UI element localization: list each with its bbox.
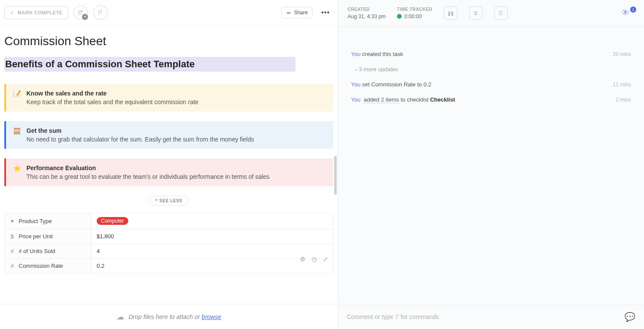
activity-time: 2 mins (616, 97, 631, 103)
activity-time: 11 mins (613, 82, 631, 88)
activity-text: created this task (361, 51, 403, 57)
eye-icon: 👁 (621, 8, 630, 17)
more-menu-button[interactable]: ••• (318, 7, 333, 18)
dropdown-icon: ▾ (9, 218, 15, 224)
callout-get-sum[interactable]: 🧮 Get the sum No need to grab that calcu… (4, 121, 333, 149)
field-value[interactable]: 0.2 (91, 259, 333, 273)
play-icon[interactable] (397, 14, 402, 19)
time-value: 0:00:00 (404, 13, 422, 20)
product-type-tag[interactable]: Computer (97, 217, 128, 225)
field-label: Price per Unit (19, 233, 53, 240)
callout-desc: Keep track of the total sales and the eq… (26, 99, 198, 105)
checklist-name[interactable]: Checklist (430, 96, 455, 103)
activity-time: 20 mins (613, 51, 631, 57)
activity-actor[interactable]: You (351, 51, 361, 57)
field-row-units[interactable]: ## of Units Sold 4 (5, 244, 333, 259)
attachment-dropzone[interactable]: ☁ Drop files here to attach or browse (0, 304, 338, 329)
plus-badge-icon: + (82, 14, 88, 20)
more-updates-toggle[interactable]: › 3 more updates (355, 66, 631, 72)
callout-title: Get the sum (26, 127, 254, 134)
subtitle-highlight[interactable]: Benefits of a Commission Sheet Template (4, 57, 296, 72)
callout-desc: No need to grab that calculator for the … (26, 136, 254, 143)
dollar-icon: $ (9, 233, 15, 240)
activity-actor[interactable]: You (351, 96, 361, 103)
activity-actor[interactable]: You (351, 81, 361, 88)
callout-title: Performance Evaluation (26, 164, 270, 171)
flag-icon (98, 10, 104, 16)
activity-text: set Commission Rate to 0.2 (361, 81, 431, 88)
callout-desc: This can be a great tool to evaluate the… (26, 173, 270, 180)
callout-title: Know the sales and the rate (26, 90, 198, 97)
check-icon: ✓ (10, 10, 15, 16)
activity-row: You set Commission Rate to 0.2 11 mins (351, 81, 631, 88)
field-row-product-type[interactable]: ▾Product Type Computer (5, 213, 333, 229)
start-date-button[interactable]: ▮▮ (444, 6, 458, 20)
watch-count: 1 (630, 7, 636, 13)
custom-fields-table: ▾Product Type Computer $Price per Unit $… (4, 213, 333, 273)
field-row-commission-rate[interactable]: #Commission Rate 0.2 (5, 259, 333, 273)
time-tracked-meta[interactable]: TIME TRACKED 0:00:00 (397, 7, 433, 20)
task-title[interactable]: Commission Sheet (4, 34, 333, 48)
time-label: TIME TRACKED (397, 7, 433, 12)
callout-know-sales[interactable]: 📝 Know the sales and the rate Keep track… (4, 84, 333, 112)
subtitle-text: Benefits of a Commission Sheet Template (5, 59, 195, 69)
history-icon[interactable]: ◷ (312, 256, 317, 263)
field-label: Commission Rate (19, 263, 63, 269)
settings-icon[interactable]: ⚙ (300, 256, 306, 263)
cloud-upload-icon: ☁ (116, 312, 124, 322)
field-label: # of Units Sold (19, 248, 55, 254)
attach-text: Drop files here to attach or (128, 313, 202, 320)
activity-feed: You created this task 20 mins › 3 more u… (338, 26, 644, 304)
abacus-icon: 🧮 (13, 127, 21, 143)
mark-complete-button[interactable]: ✓ MARK COMPLETE (4, 6, 68, 19)
svg-point-1 (81, 10, 83, 12)
browse-link[interactable]: browse (202, 313, 221, 320)
activity-row: You created this task 20 mins (351, 51, 631, 57)
hash-icon: # (9, 263, 15, 269)
comment-input[interactable] (347, 313, 624, 320)
activity-link[interactable]: added 2 items (364, 96, 399, 103)
svg-point-0 (79, 10, 81, 12)
field-value[interactable]: $1,800 (91, 229, 333, 243)
created-label: CREATED (348, 7, 386, 12)
assignee-add[interactable]: + (73, 5, 88, 20)
created-meta: CREATED Aug 31, 4:33 pm (348, 7, 386, 20)
field-row-price[interactable]: $Price per Unit $1,800 (5, 229, 333, 244)
share-label: Share (294, 10, 308, 16)
activity-row: You added 2 items to checklist Checklist… (351, 96, 631, 103)
share-icon: ⫘ (286, 10, 291, 16)
memo-icon: 📝 (13, 90, 21, 105)
share-button[interactable]: ⫘ Share (281, 7, 312, 18)
due-date-button[interactable]: 🗓 (494, 6, 508, 20)
watchers-button[interactable]: 👁 1 (621, 8, 634, 18)
expand-icon[interactable]: ⤢ (323, 256, 328, 263)
star-icon: ⭐ (13, 164, 21, 180)
activity-text: to checklist (400, 96, 430, 103)
field-value[interactable]: 4 (91, 244, 333, 258)
estimate-button[interactable]: ⧗ (469, 6, 483, 20)
send-icon[interactable]: 💬 (624, 312, 635, 322)
created-value: Aug 31, 4:33 pm (348, 13, 386, 20)
callout-performance[interactable]: ⭐ Performance Evaluation This can be a g… (4, 158, 333, 186)
see-less-button[interactable]: ^ SEE LESS (149, 196, 189, 206)
scrollbar-thumb[interactable] (334, 156, 337, 195)
field-label: Product Type (19, 218, 52, 224)
mark-complete-label: MARK COMPLETE (18, 10, 63, 15)
priority-flag[interactable] (93, 5, 108, 20)
hash-icon: # (9, 248, 15, 254)
